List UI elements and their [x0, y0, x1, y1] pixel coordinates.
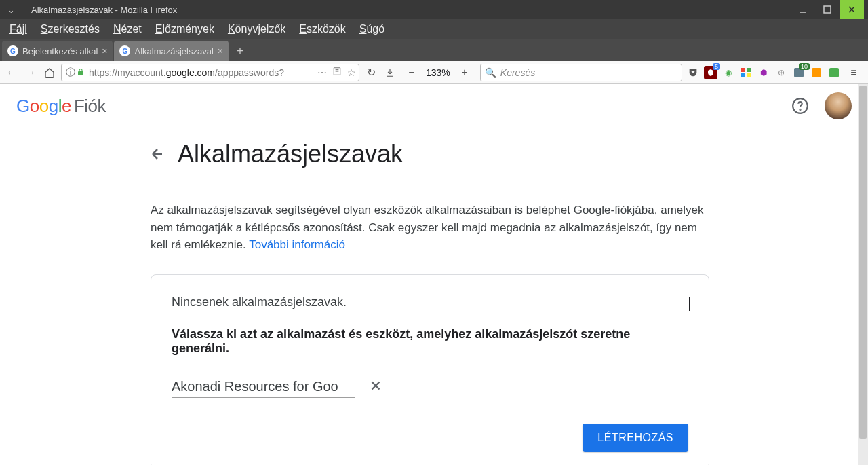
svg-point-8 — [800, 109, 800, 110]
google-header: GoogleFiók — [0, 84, 868, 128]
maximize-button[interactable] — [815, 0, 840, 19]
menu-bar: Fájl Szerkesztés Nézet Előzmények Könyvj… — [0, 19, 868, 39]
extension-icon-1[interactable]: ◉ — [722, 66, 735, 79]
close-button[interactable] — [840, 0, 864, 19]
zoom-in-button[interactable]: + — [456, 64, 473, 81]
page-back-button[interactable] — [149, 146, 165, 162]
menu-tools[interactable]: Eszközök — [292, 21, 352, 37]
more-info-link[interactable]: További információ — [249, 238, 345, 251]
tab-label: Alkalmazásjelszaval — [134, 46, 213, 56]
lock-icon — [77, 67, 86, 78]
search-icon: 🔍 — [485, 67, 496, 78]
downloads-button[interactable] — [381, 64, 399, 81]
no-passwords-text: Nincsenek alkalmazásjelszavak. — [172, 295, 688, 310]
home-button[interactable] — [41, 64, 58, 81]
select-prompt-text: Válassza ki azt az alkalmazást és eszköz… — [172, 327, 688, 356]
pocket-icon[interactable] — [686, 66, 700, 79]
scrollbar-thumb[interactable] — [859, 86, 867, 439]
menu-history[interactable]: Előzmények — [149, 21, 221, 37]
generate-button[interactable]: LÉTREHOZÁS — [583, 424, 688, 452]
app-menu-dropdown[interactable]: ⌄ — [4, 5, 18, 15]
back-button[interactable]: ← — [3, 64, 20, 81]
tab-label: Bejelentkezés alkal — [22, 46, 98, 56]
url-text: https://myaccount.google.com/apppassword… — [89, 67, 317, 78]
extension-icon-5[interactable]: 10 — [792, 66, 806, 79]
bookmark-star-icon[interactable]: ☆ — [347, 67, 356, 78]
extension-icon-2[interactable] — [739, 66, 753, 79]
search-input[interactable]: 🔍 Keresés — [480, 64, 682, 81]
reader-mode-icon[interactable] — [332, 67, 342, 78]
svg-rect-1 — [824, 6, 831, 13]
page-title: Alkalmazásjelszavak — [178, 140, 403, 168]
app-name-input[interactable] — [172, 376, 355, 398]
tab-close-icon[interactable]: × — [218, 45, 223, 56]
divider — [0, 181, 858, 181]
url-bar[interactable]: ⓘ https://myaccount.google.com/apppasswo… — [61, 64, 359, 81]
zoom-out-button[interactable]: − — [403, 64, 420, 81]
menu-help[interactable]: Súgó — [353, 21, 391, 37]
extension-icon-7[interactable] — [827, 66, 841, 79]
account-avatar[interactable] — [825, 92, 852, 119]
zoom-level: 133% — [423, 67, 453, 78]
menu-file[interactable]: Fájl — [3, 21, 34, 37]
page-title-row: Alkalmazásjelszavak — [0, 128, 868, 181]
tab-close-icon[interactable]: × — [102, 45, 107, 56]
os-titlebar: ⌄ Alkalmazásjelszavak - Mozilla Firefox — [0, 0, 868, 19]
site-info-icon[interactable]: ⓘ — [64, 67, 77, 79]
tab-login[interactable]: G Bejelentkezés alkal × — [2, 41, 113, 61]
menu-bookmarks[interactable]: Könyvjelzők — [221, 21, 292, 37]
tab-bar: G Bejelentkezés alkal × G Alkalmazásjels… — [0, 39, 868, 61]
window-title: Alkalmazásjelszavak - Mozilla Firefox — [31, 5, 791, 15]
extension-icon-3[interactable]: ⬢ — [757, 66, 770, 79]
forward-button[interactable]: → — [22, 64, 39, 81]
page-actions-icon[interactable]: ⋯ — [317, 67, 327, 78]
page-description: Az alkalmazásjelszavak segítségével olya… — [151, 202, 709, 254]
extension-icons: ◉ ⬢ ⊕ 10 ≡ — [686, 64, 865, 81]
search-placeholder: Keresés — [500, 67, 535, 78]
menu-edit[interactable]: Szerkesztés — [34, 21, 106, 37]
new-tab-button[interactable]: + — [230, 41, 250, 61]
page-content: GoogleFiók Alkalmazásjelszavak Az alkalm… — [0, 84, 868, 465]
google-favicon: G — [7, 45, 18, 56]
hamburger-menu-icon[interactable]: ≡ — [845, 64, 863, 81]
zoom-controls: − 133% + — [403, 64, 473, 81]
menu-view[interactable]: Nézet — [106, 21, 149, 37]
google-account-logo[interactable]: GoogleFiók — [16, 96, 106, 117]
app-passwords-card: Nincsenek alkalmazásjelszavak. Válassza … — [151, 274, 709, 466]
minimize-button[interactable] — [791, 0, 815, 19]
tab-app-passwords[interactable]: G Alkalmazásjelszaval × — [114, 41, 229, 61]
extension-icon-6[interactable] — [810, 66, 823, 79]
scrollbar[interactable] — [858, 84, 868, 465]
ublock-icon[interactable] — [704, 66, 717, 79]
google-favicon: G — [119, 45, 130, 56]
clear-input-icon[interactable] — [368, 378, 383, 395]
navigation-toolbar: ← → ⓘ https://myaccount.google.com/apppa… — [0, 61, 868, 84]
help-button[interactable] — [787, 92, 814, 119]
reload-button[interactable]: ↻ — [362, 64, 380, 81]
extension-icon-4[interactable]: ⊕ — [774, 66, 788, 79]
